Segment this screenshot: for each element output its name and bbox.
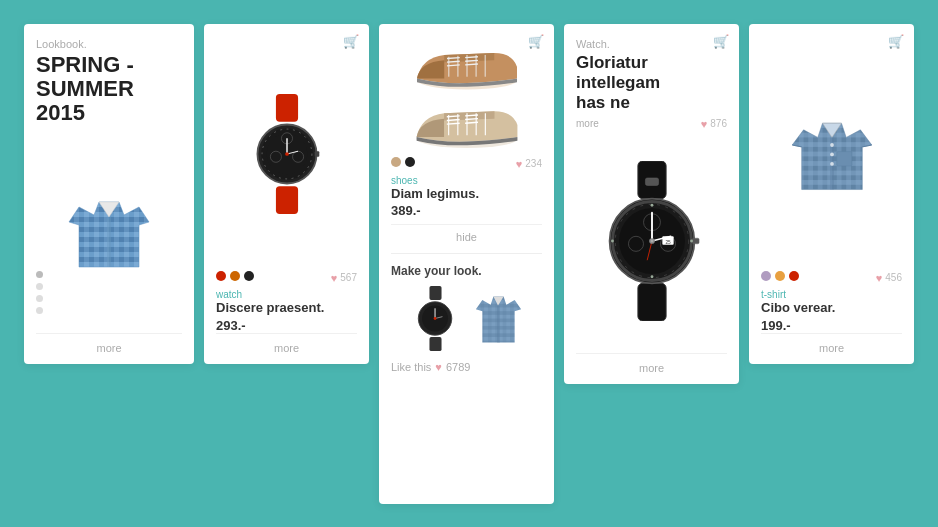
shoes-price: 389.- <box>391 203 542 218</box>
svg-line-30 <box>465 60 478 61</box>
watch-featured-title: Gloriaturintellegamhas ne <box>576 53 727 114</box>
likes-row: ♥ 567 <box>331 272 357 284</box>
shirt-name: Cibo verear. <box>761 300 902 316</box>
cart-icon-shoes[interactable]: 🛒 <box>528 34 544 49</box>
svg-point-76 <box>650 275 653 278</box>
svg-point-50 <box>433 317 436 320</box>
shirt-price: 199.- <box>761 318 902 333</box>
shirt-denim-image-area <box>761 46 902 263</box>
svg-line-39 <box>446 119 459 120</box>
watch-likes-count: 876 <box>710 118 727 129</box>
color-dot-black[interactable] <box>244 271 254 281</box>
heart-icon-shoes: ♥ <box>516 158 523 170</box>
color-dot-tan[interactable] <box>391 157 401 167</box>
cards-container: Lookbook. SPRING -SUMMER2015 <box>4 4 934 524</box>
color-dot-red[interactable] <box>789 271 799 281</box>
like-this-row: Like this ♥ 6789 <box>391 361 542 373</box>
svg-rect-45 <box>429 337 441 351</box>
svg-line-26 <box>447 57 460 58</box>
nav-dot-4[interactable] <box>36 307 43 314</box>
heart-icon-watch: ♥ <box>701 118 708 130</box>
small-shirt-icon <box>471 289 526 349</box>
watch-label: Watch. <box>576 38 727 50</box>
watch-likes: ♥ 876 <box>701 118 727 130</box>
lookbook-more[interactable]: more <box>36 333 182 354</box>
svg-point-77 <box>611 240 614 243</box>
svg-point-18 <box>285 152 289 156</box>
svg-rect-7 <box>275 94 297 122</box>
color-dot-gold[interactable] <box>775 271 785 281</box>
watch-red-image-area <box>216 46 357 263</box>
svg-line-29 <box>465 56 478 57</box>
shoes-color-options <box>391 157 415 167</box>
nav-dot-3[interactable] <box>36 295 43 302</box>
svg-line-42 <box>465 118 478 119</box>
watch-more-label[interactable]: more <box>576 118 599 129</box>
svg-point-87 <box>830 143 834 147</box>
lookbook-title: SPRING -SUMMER2015 <box>36 53 182 126</box>
shirt-more[interactable]: more <box>761 333 902 354</box>
nav-dot-1[interactable] <box>36 271 43 278</box>
svg-point-89 <box>830 162 834 166</box>
watch-black-icon: 25 <box>587 161 717 321</box>
svg-point-78 <box>690 240 693 243</box>
svg-rect-74 <box>692 238 699 244</box>
svg-rect-58 <box>645 178 658 186</box>
watch-featured-more[interactable]: more <box>576 353 727 374</box>
color-dot-black[interactable] <box>405 157 415 167</box>
card-watch-featured: 🛒 Watch. Gloriaturintellegamhas ne more … <box>564 24 739 384</box>
watch-red-icon <box>237 94 337 214</box>
look-items <box>391 286 542 351</box>
lookbook-image-area <box>36 139 182 324</box>
heart-icon: ♥ <box>331 272 338 284</box>
color-dot-orange[interactable] <box>230 271 240 281</box>
nav-dots <box>36 271 43 314</box>
category-label: watch <box>216 289 357 300</box>
like-this-count: 6789 <box>446 361 470 373</box>
divider-1 <box>391 253 542 254</box>
product-price: 293.- <box>216 318 357 333</box>
svg-point-75 <box>650 204 653 207</box>
shoes-category: shoes <box>391 175 542 186</box>
shoe-top-icon <box>412 44 522 94</box>
shirt-color-options <box>761 271 799 281</box>
lookbook-label: Lookbook. <box>36 38 182 50</box>
svg-rect-85 <box>836 152 851 166</box>
svg-text:25: 25 <box>665 240 671 245</box>
color-dot-purple[interactable] <box>761 271 771 281</box>
shirt-likes: ♥ 456 <box>876 272 902 284</box>
cart-icon[interactable]: 🛒 <box>343 34 359 49</box>
shoes-name: Diam legimus. <box>391 186 542 202</box>
card-lookbook: Lookbook. SPRING -SUMMER2015 <box>24 24 194 364</box>
cart-icon-watch-black[interactable]: 🛒 <box>713 34 729 49</box>
color-dot-red[interactable] <box>216 271 226 281</box>
svg-line-38 <box>446 115 459 116</box>
svg-point-73 <box>650 240 653 243</box>
svg-line-28 <box>447 64 460 65</box>
svg-rect-56 <box>497 305 500 342</box>
like-this-label: Like this <box>391 361 431 373</box>
shoes-likes-count: 234 <box>525 158 542 169</box>
make-your-look-label: Make your look. <box>391 264 542 278</box>
heart-icon-shirt: ♥ <box>876 272 883 284</box>
small-watch-icon <box>408 286 463 351</box>
svg-line-43 <box>465 122 478 123</box>
svg-rect-19 <box>314 151 319 157</box>
svg-rect-8 <box>275 187 297 215</box>
svg-rect-6 <box>107 217 111 267</box>
nav-dot-2[interactable] <box>36 283 43 290</box>
svg-line-40 <box>446 123 459 124</box>
like-this-heart: ♥ <box>435 361 442 373</box>
shirt-plaid-icon <box>59 187 159 277</box>
watch-red-more[interactable]: more <box>216 333 357 354</box>
card-shirt-denim: 🛒 <box>749 24 914 364</box>
shirt-likes-count: 456 <box>885 272 902 283</box>
color-options <box>216 271 254 281</box>
shoes-images <box>391 44 542 153</box>
product-name: Discere praesent. <box>216 300 357 316</box>
watch-black-image-area: 25 <box>576 138 727 345</box>
shirt-category: t-shirt <box>761 289 902 300</box>
cart-icon-shirt[interactable]: 🛒 <box>888 34 904 49</box>
shoes-hide[interactable]: hide <box>391 224 542 243</box>
svg-line-31 <box>465 64 478 65</box>
